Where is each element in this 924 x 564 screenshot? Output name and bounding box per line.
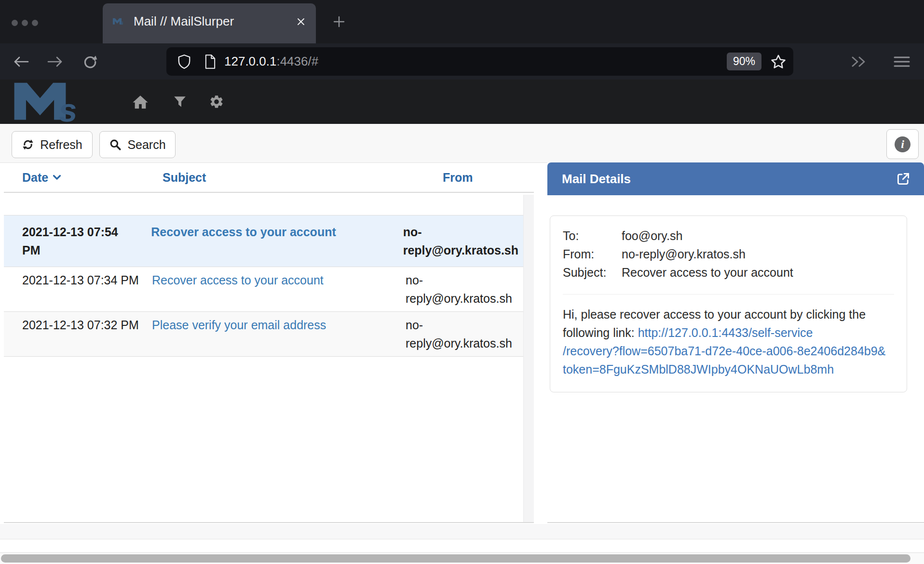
mail-row-date: 2021-12-13 07:54 PM xyxy=(4,221,144,261)
mail-row[interactable]: 2021-12-13 07:32 PM Please verify your e… xyxy=(4,311,523,357)
list-scrollbar-track[interactable] xyxy=(523,195,534,522)
app-toolbar: Refresh Search i xyxy=(0,124,924,163)
settings-gear-icon[interactable] xyxy=(205,80,228,124)
search-button-label: Search xyxy=(127,138,165,152)
mail-details-panel: Mail Details To: foo@ory.sh From: no-rep… xyxy=(547,162,924,523)
overflow-chevrons-icon[interactable] xyxy=(849,43,870,80)
to-value: foo@ory.sh xyxy=(622,227,682,245)
mail-details-heading: Mail Details xyxy=(547,162,924,195)
mail-row-from: no-reply@ory.kratos.sh xyxy=(398,269,523,309)
to-label: To: xyxy=(563,227,622,245)
column-header-date[interactable]: Date xyxy=(4,171,145,185)
bookmark-star-icon[interactable] xyxy=(770,54,787,70)
window-zoom-dot[interactable] xyxy=(32,20,38,26)
mail-row-from: no-reply@ory.kratos.sh xyxy=(396,221,523,261)
url-host: 127.0.0.1 xyxy=(224,54,276,68)
horizontal-scrollbar[interactable] xyxy=(0,552,924,564)
page-info-icon[interactable] xyxy=(204,54,217,69)
reload-button-icon[interactable] xyxy=(80,43,101,80)
mail-list-panel: Date Subject From 2021-12-13 07:54 PM Re… xyxy=(4,163,534,523)
window-minimize-dot[interactable] xyxy=(22,20,28,26)
back-button-icon[interactable] xyxy=(11,43,32,80)
subject-label: Subject: xyxy=(563,263,622,282)
from-value: no-reply@ory.kratos.sh xyxy=(622,245,746,263)
browser-tab-mailslurper[interactable]: Mail // MailSlurper xyxy=(103,3,316,43)
window-close-dot[interactable] xyxy=(12,20,18,26)
recovery-link-line2: /recovery?flow=6507ba71-d72e-40ce-a006-8… xyxy=(563,344,885,358)
menu-hamburger-icon[interactable] xyxy=(891,43,912,80)
mail-details-title: Mail Details xyxy=(562,172,895,187)
zoom-level-badge[interactable]: 90% xyxy=(727,53,761,70)
mail-row-date: 2021-12-13 07:34 PM xyxy=(4,269,145,309)
info-button[interactable]: i xyxy=(886,129,919,159)
url-bar[interactable]: 127.0.0.1:4436/# 90% xyxy=(166,47,793,76)
mail-body: Hi, please recover access to your accoun… xyxy=(563,305,894,378)
subject-value: Recover access to your account xyxy=(622,263,793,282)
refresh-button[interactable]: Refresh xyxy=(12,131,93,158)
url-path: :4436/# xyxy=(276,54,318,68)
refresh-icon xyxy=(22,138,34,151)
tab-title: Mail // MailSlurper xyxy=(134,14,292,29)
mail-subject-link[interactable]: Please verify your email address xyxy=(152,318,326,332)
filter-icon[interactable] xyxy=(169,80,191,124)
mailslurper-logo xyxy=(12,81,97,124)
column-header-subject[interactable]: Subject xyxy=(145,171,398,185)
url-text: 127.0.0.1:4436/# xyxy=(224,54,727,69)
field-subject: Subject: Recover access to your account xyxy=(563,263,894,282)
sort-chevron-down-icon xyxy=(53,175,61,180)
browser-navbar: 127.0.0.1:4436/# 90% xyxy=(0,43,924,80)
mail-row[interactable]: 2021-12-13 07:54 PM Recover access to yo… xyxy=(4,215,523,267)
mail-row-from: no-reply@ory.kratos.sh xyxy=(398,314,523,354)
shield-icon[interactable] xyxy=(177,54,191,70)
mail-subject-link[interactable]: Recover access to your account xyxy=(151,225,336,239)
refresh-button-label: Refresh xyxy=(40,138,82,152)
mailslurper-header xyxy=(0,80,924,124)
window-controls[interactable] xyxy=(12,20,38,26)
mail-subject-link[interactable]: Recover access to your account xyxy=(152,273,324,287)
recovery-link-line1: http://127.0.0.1:4433/self-service xyxy=(638,326,813,339)
open-in-new-window-icon[interactable] xyxy=(895,171,911,187)
card-divider xyxy=(563,294,894,295)
home-icon[interactable] xyxy=(129,80,151,124)
footer-strip xyxy=(0,524,924,539)
horizontal-scrollbar-thumb[interactable] xyxy=(1,554,910,563)
tab-favicon-mailslurper-icon xyxy=(112,17,127,26)
info-icon: i xyxy=(895,136,910,152)
mail-detail-card: To: foo@ory.sh From: no-reply@ory.kratos… xyxy=(550,215,907,392)
column-header-from[interactable]: From xyxy=(398,171,534,185)
mail-rows: 2021-12-13 07:54 PM Recover access to yo… xyxy=(4,215,523,357)
field-from: From: no-reply@ory.kratos.sh xyxy=(563,245,894,263)
search-button[interactable]: Search xyxy=(99,131,176,158)
browser-tab-bar: Mail // MailSlurper xyxy=(0,0,924,43)
search-icon xyxy=(109,138,122,151)
forward-button-icon[interactable] xyxy=(44,43,66,80)
new-tab-plus-icon[interactable] xyxy=(331,13,347,30)
from-label: From: xyxy=(563,245,622,263)
mail-row-date: 2021-12-13 07:32 PM xyxy=(4,314,145,354)
tab-close-icon[interactable] xyxy=(296,16,306,27)
browser-window: s Mail // MailSlurper xyxy=(0,0,924,564)
date-header-label: Date xyxy=(22,171,48,185)
field-to: To: foo@ory.sh xyxy=(563,227,894,245)
mail-row[interactable]: 2021-12-13 07:34 PM Recover access to yo… xyxy=(4,267,523,311)
recovery-link-line3: token=8FguKzSMblD88JWIpby4OKNaUOwLb8mh xyxy=(563,363,834,376)
mail-list-header: Date Subject From xyxy=(4,163,534,193)
